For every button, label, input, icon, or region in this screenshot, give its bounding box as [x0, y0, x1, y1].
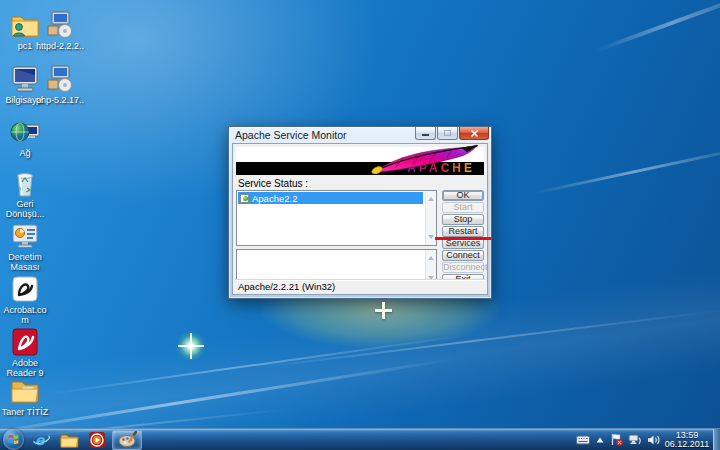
restart-button[interactable]: Restart [442, 226, 484, 237]
icon-label: Taner TİTİZ [2, 407, 48, 417]
icon-label: Ağ [19, 148, 30, 158]
crosshair-cursor [375, 302, 392, 319]
dialog-statusbar: Apache/2.2.21 (Win32) [235, 279, 485, 292]
wallpaper-sparkle [176, 331, 206, 361]
icon-label: pc1 [18, 41, 33, 51]
start-button: Start [442, 202, 484, 213]
clock-date: 06.12.2011 [664, 440, 710, 449]
installer-package-icon [44, 10, 76, 40]
action-center-icon[interactable] [610, 433, 623, 446]
desktop-icon-acrobat-com[interactable]: Acrobat.com [0, 274, 50, 325]
scroll-up-icon[interactable] [428, 194, 434, 201]
scroll-down-icon[interactable] [428, 235, 434, 242]
service-running-icon [240, 194, 249, 203]
minimize-button[interactable] [415, 127, 436, 140]
disconnect-button: Disconnect [442, 262, 484, 273]
desktop-icon-adobe-reader[interactable]: Adobe Reader 9 [0, 327, 50, 378]
stop-button[interactable]: Stop [442, 214, 484, 225]
media-player-taskbar-icon[interactable] [84, 430, 110, 450]
network-icon [9, 117, 41, 147]
apache-service-monitor-window: Apache Service Monitor APACHE [228, 126, 492, 299]
scroll-up-icon[interactable] [428, 253, 434, 260]
desktop-icon-php-installer[interactable]: php-5.2.17.. [35, 64, 85, 105]
icon-label: Geri Dönüşü... [0, 199, 50, 219]
service-list-item-apache22[interactable]: Apache2.2 [238, 192, 423, 204]
service-name: Apache2.2 [252, 193, 297, 204]
adobe-reader-icon [9, 327, 41, 357]
show-hidden-icons-button[interactable] [595, 436, 605, 444]
close-button[interactable] [459, 127, 489, 140]
start-button[interactable] [3, 429, 24, 450]
svg-text:e: e [35, 432, 46, 448]
icon-label: Denetim Masası [0, 252, 50, 272]
internet-explorer-taskbar-icon[interactable]: e [28, 430, 54, 450]
wallpaper-streak [42, 334, 468, 396]
acrobat-com-icon [9, 274, 41, 304]
desktop-icon-control-panel[interactable]: Denetim Masası [0, 221, 50, 272]
system-tray [576, 433, 660, 446]
icon-label: Acrobat.com [0, 305, 50, 325]
window-title: Apache Service Monitor [235, 129, 415, 141]
folder-icon [9, 376, 41, 406]
apache-logo-banner: APACHE [236, 147, 484, 175]
show-desktop-button[interactable] [713, 429, 720, 450]
keyboard-tray-icon[interactable] [576, 435, 590, 445]
network-tray-icon[interactable] [628, 434, 642, 445]
dialog-body: APACHE Service Status : [232, 143, 488, 295]
volume-tray-icon[interactable] [647, 434, 660, 446]
connect-button[interactable]: Connect [442, 250, 484, 261]
icon-label: Adobe Reader 9 [0, 358, 50, 378]
desktop-icon-network[interactable]: Ağ [0, 117, 50, 158]
paint-taskbar-button[interactable] [112, 430, 142, 450]
maximize-button [437, 127, 458, 140]
desktop-icon-taner-folder[interactable]: Taner TİTİZ [0, 376, 50, 417]
window-titlebar[interactable]: Apache Service Monitor [229, 127, 491, 142]
wallpaper-streak [532, 144, 720, 195]
installer-package-icon [44, 64, 76, 94]
ok-button[interactable]: OK [442, 190, 484, 201]
desktop-icon-httpd-installer[interactable]: httpd-2.2.2.. [35, 10, 85, 51]
taskbar: e [0, 428, 720, 450]
restart-annotation-underline [435, 237, 491, 240]
icon-label: php-5.2.17.. [36, 95, 84, 105]
wallpaper-streak [595, 0, 720, 53]
apache-feather-icon [366, 144, 482, 174]
desktop-icon-recycle-bin[interactable]: Geri Dönüşü... [0, 168, 50, 219]
recycle-bin-icon [9, 168, 41, 198]
wallpaper-streak [252, 309, 720, 369]
service-status-label: Service Status : [238, 178, 485, 189]
taskbar-clock[interactable]: 13:59 06.12.2011 [664, 431, 710, 449]
dialog-button-column: OK Start Stop Restart Services Connect D… [442, 190, 484, 287]
service-list[interactable]: Apache2.2 [236, 190, 437, 246]
windows-explorer-taskbar-icon[interactable] [56, 430, 82, 450]
icon-label: httpd-2.2.2.. [36, 41, 84, 51]
control-panel-icon [9, 221, 41, 251]
